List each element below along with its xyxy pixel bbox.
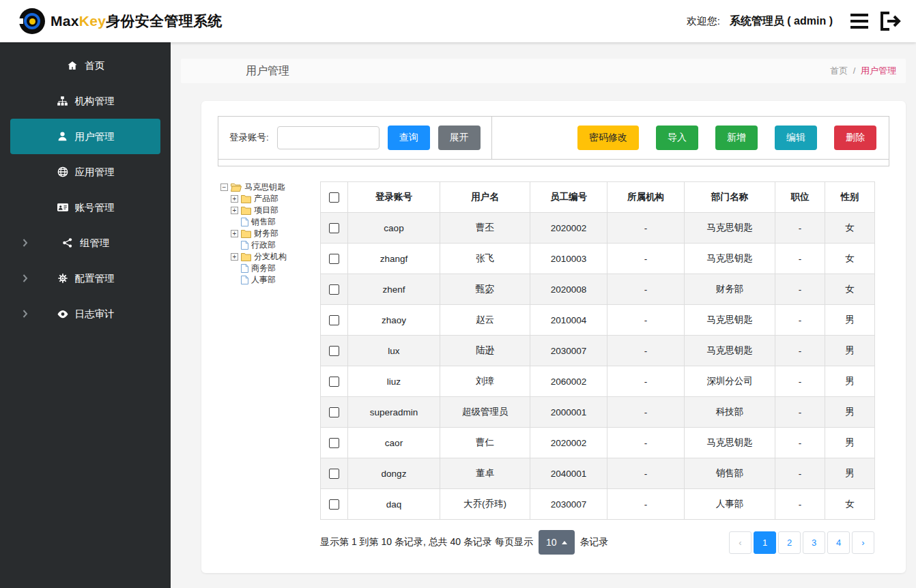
pagination-prev-button[interactable]: ‹ (729, 531, 752, 554)
tree-node[interactable]: 商务部 (231, 263, 320, 274)
table-row[interactable]: caop曹丕2020002-马克思钥匙-女 (321, 213, 875, 244)
tree-node-label: 人事部 (251, 274, 276, 286)
login-account-label: 登录账号: (229, 132, 269, 144)
sidebar-item-eye[interactable]: 日志审计 (10, 296, 160, 332)
edit-button[interactable]: 编辑 (775, 126, 817, 150)
eye-icon (57, 309, 69, 319)
main-content: 用户管理 首页 / 用户管理 登录账号: 查询 展开 密码修改 导入 新增 (171, 42, 916, 588)
folder-icon (241, 229, 251, 238)
tree-node[interactable]: 行政部 (231, 239, 320, 251)
table-cell: - (607, 428, 685, 458)
tree-node[interactable]: + 财务部 (231, 228, 320, 239)
row-checkbox[interactable] (329, 223, 339, 233)
tree-toggle-icon[interactable]: + (231, 195, 238, 203)
table-row[interactable]: lux陆逊2030007-马克思钥匙-男 (321, 336, 875, 366)
tree-toggle-icon[interactable]: + (231, 207, 238, 214)
tree-node[interactable]: + 分支机构 (231, 251, 320, 263)
tree-toggle-icon[interactable]: + (231, 230, 238, 237)
sidebar-item-sitemap[interactable]: 机构管理 (10, 83, 160, 119)
pagination-next-button[interactable]: › (852, 531, 874, 554)
table-row[interactable]: zhenf甄宓2020008-财务部-女 (321, 274, 875, 305)
table-row[interactable]: dongz董卓2040001-销售部-男 (321, 458, 875, 489)
table-cell: 女 (825, 489, 875, 520)
table-cell: 甄宓 (440, 274, 530, 305)
tree-node[interactable]: + 产品部 (231, 193, 320, 205)
table-cell: 马克思钥匙 (685, 428, 775, 458)
table-cell: 2010004 (530, 305, 607, 336)
table-cell: 男 (825, 458, 875, 489)
tree-toggle-icon[interactable]: − (220, 183, 228, 191)
column-header[interactable]: 性别 (825, 182, 875, 213)
row-checkbox[interactable] (329, 315, 339, 325)
sidebar-item-idcard[interactable]: 账号管理 (10, 190, 160, 225)
sidebar-item-gears[interactable]: 配置管理 (10, 261, 160, 296)
table-row[interactable]: zhangf张飞2010003-马克思钥匙-女 (321, 244, 875, 274)
row-checkbox[interactable] (329, 438, 339, 448)
password-change-button[interactable]: 密码修改 (577, 126, 639, 150)
tree-node[interactable]: − 马克思钥匙 (220, 181, 320, 193)
pagination-page-1[interactable]: 1 (754, 531, 776, 554)
row-checkbox[interactable] (329, 469, 339, 479)
table-row[interactable]: zhaoy赵云2010004-马克思钥匙-男 (321, 305, 875, 336)
sidebar-item-globe[interactable]: 应用管理 (10, 154, 160, 190)
table-cell: 超级管理员 (440, 397, 530, 428)
table-row[interactable]: superadmin超级管理员2000001-科技部-男 (321, 397, 875, 428)
row-checkbox-cell (321, 244, 348, 274)
menu-toggle-icon[interactable] (849, 12, 870, 30)
breadcrumb-home-link[interactable]: 首页 (830, 65, 848, 76)
tree-node[interactable]: 销售部 (231, 216, 320, 228)
delete-button[interactable]: 删除 (834, 126, 876, 150)
brand-max: Max (51, 13, 79, 29)
table-cell: 董卓 (440, 458, 530, 489)
table-row[interactable]: daq大乔(乔玮)2030007-人事部-女 (321, 489, 875, 520)
file-icon (241, 218, 248, 226)
pagination-page-3[interactable]: 3 (803, 531, 825, 554)
globe-icon (57, 166, 69, 177)
logout-icon[interactable] (879, 11, 901, 31)
login-account-input[interactable] (277, 126, 380, 149)
column-header[interactable]: 用户名 (440, 182, 530, 213)
row-checkbox[interactable] (329, 254, 339, 264)
table-row[interactable]: liuz刘璋2060002-深圳分公司-男 (321, 366, 875, 397)
table-cell: 2030007 (530, 489, 607, 520)
pagination-page-2[interactable]: 2 (778, 531, 801, 554)
table-cell: 科技部 (685, 397, 775, 428)
action-buttons: 密码修改 导入 新增 编辑 删除 (565, 117, 889, 159)
select-all-checkbox[interactable] (329, 192, 339, 203)
column-header[interactable]: 职位 (775, 182, 825, 213)
sidebar-item-label: 机构管理 (75, 95, 115, 108)
breadcrumb: 首页 / 用户管理 (830, 65, 896, 77)
column-header[interactable]: 部门名称 (685, 182, 775, 213)
row-checkbox-cell (321, 305, 348, 336)
column-header[interactable]: 员工编号 (530, 182, 607, 213)
tree-toggle-icon[interactable]: + (231, 253, 238, 261)
tree-node[interactable]: 人事部 (231, 274, 320, 286)
page-size-dropdown[interactable]: 10 (539, 530, 575, 555)
table-cell: 曹仁 (440, 428, 530, 458)
sidebar-item-group[interactable]: 组管理 (10, 225, 160, 261)
pagination-page-4[interactable]: 4 (827, 531, 850, 554)
table-body: caop曹丕2020002-马克思钥匙-女 zhangf张飞2010003-马克… (321, 213, 875, 520)
expand-button[interactable]: 展开 (438, 126, 481, 150)
row-checkbox[interactable] (329, 284, 339, 295)
top-header: MaxKey身份安全管理系统 欢迎您: 系统管理员 ( admin ) (0, 0, 916, 42)
table-row[interactable]: caor曹仁2020002-马克思钥匙-男 (321, 428, 875, 458)
row-checkbox[interactable] (329, 499, 339, 510)
tree-node-label: 项目部 (254, 205, 278, 216)
table-cell: 马克思钥匙 (685, 213, 775, 244)
table-cell: - (607, 213, 685, 244)
table-cell: 2060002 (530, 366, 607, 397)
table-cell: zhaoy (348, 305, 440, 336)
column-header[interactable]: 登录账号 (348, 182, 440, 213)
row-checkbox[interactable] (329, 407, 339, 417)
row-checkbox[interactable] (329, 377, 339, 387)
tree-node[interactable]: + 项目部 (231, 205, 320, 216)
search-button[interactable]: 查询 (388, 126, 430, 150)
sidebar-item-user[interactable]: 用户管理 (10, 119, 160, 154)
add-button[interactable]: 新增 (715, 126, 758, 150)
row-checkbox[interactable] (329, 346, 339, 356)
import-button[interactable]: 导入 (656, 126, 698, 150)
sidebar-item-home[interactable]: 首页 (10, 48, 160, 83)
column-header[interactable]: 所属机构 (607, 182, 685, 213)
table-cell: 赵云 (440, 305, 530, 336)
